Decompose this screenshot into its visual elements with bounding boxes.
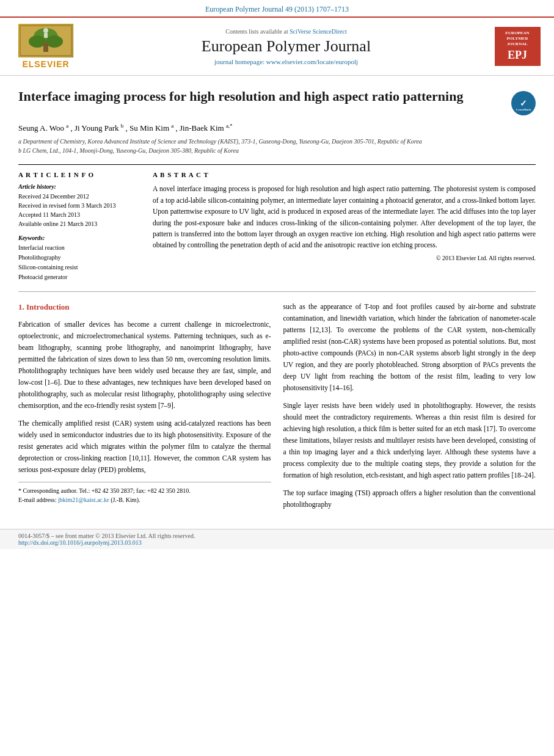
history-heading: Article history: xyxy=(18,183,140,190)
body-paragraph-5: The top surface imaging (TSI) approach o… xyxy=(283,487,536,511)
journal-logo-box: EUROPEAN POLYMER JOURNAL EPJ xyxy=(495,27,541,67)
homepage-url[interactable]: www.elsevier.com/locate/europolj xyxy=(266,58,358,65)
doi-link[interactable]: http://dx.doi.org/10.1016/j.eurpolymj.20… xyxy=(18,539,142,546)
keyword1: Interfacial reaction xyxy=(18,243,140,253)
svg-rect-7 xyxy=(44,33,48,38)
elsevier-logo-section: ELSEVIER xyxy=(12,24,79,69)
top-citation-bar: European Polymer Journal 49 (2013) 1707–… xyxy=(0,0,554,16)
abstract-text: A novel interface imaging process is pro… xyxy=(153,183,536,250)
svg-text:CrossMark: CrossMark xyxy=(516,108,531,111)
article-info-heading: A R T I C L E I N F O xyxy=(18,171,140,178)
elsevier-wordmark: ELSEVIER xyxy=(22,59,69,69)
keyword3: Silicon-containing resist xyxy=(18,263,140,272)
body-col-right: such as the appearance of T-top and foot… xyxy=(283,301,536,516)
journal-homepage: journal homepage: www.elsevier.com/locat… xyxy=(86,58,487,65)
section1-heading: 1. Introduction xyxy=(18,301,271,314)
revised-date: Received in revised form 3 March 2013 xyxy=(18,201,140,210)
body-paragraph-4: Single layer resists have been widely us… xyxy=(283,400,536,481)
keywords-section: Keywords: Interfacial reaction Photolith… xyxy=(18,234,140,282)
article-title-text: Interface imaging process for high resol… xyxy=(18,89,463,104)
accepted-date: Accepted 11 March 2013 xyxy=(18,210,140,219)
online-date: Available online 21 March 2013 xyxy=(18,219,140,228)
svg-point-4 xyxy=(46,35,63,48)
footnote-email: E-mail address: jbkim21@kaist.ac.kr (J.-… xyxy=(18,495,271,504)
authors-line: Seung A. Woo a , Ji Young Park b , Su Mi… xyxy=(18,123,536,133)
body-paragraph-1: Fabrication of smaller devices has becom… xyxy=(18,319,271,412)
journal-title: European Polymer Journal xyxy=(86,37,487,56)
abstract-col: A B S T R A C T A novel interface imagin… xyxy=(153,171,536,282)
footnote-corresponding: * Corresponding author. Tel.: +82 42 350… xyxy=(18,486,271,495)
journal-header: ELSEVIER Contents lists available at Sci… xyxy=(0,16,554,76)
body-content: 1. Introduction Fabrication of smaller d… xyxy=(18,301,536,516)
keyword2: Photolithography xyxy=(18,253,140,263)
author-woo: Seung A. Woo xyxy=(18,123,64,133)
body-paragraph-3: such as the appearance of T-top and foot… xyxy=(283,301,536,394)
svg-point-6 xyxy=(43,28,48,33)
svg-rect-5 xyxy=(43,43,48,52)
received-date: Received 24 December 2012 xyxy=(18,192,140,201)
affiliations: a Department of Chemistry, Korea Advance… xyxy=(18,137,536,155)
crossmark-badge[interactable]: ✓ CrossMark xyxy=(511,91,536,115)
svg-text:✓: ✓ xyxy=(520,99,527,108)
section-divider xyxy=(18,291,536,292)
affiliation-a: a Department of Chemistry, Korea Advance… xyxy=(18,137,536,146)
body-col-left: 1. Introduction Fabrication of smaller d… xyxy=(18,301,271,516)
article-title-row: Interface imaging process for high resol… xyxy=(18,88,536,115)
affiliation-b: b LG Chem, Ltd., 104-1, Moonji-Dong, Yus… xyxy=(18,146,536,155)
body-paragraph-2: The chemically amplified resist (CAR) sy… xyxy=(18,418,271,476)
main-content: Interface imaging process for high resol… xyxy=(0,76,554,529)
svg-point-3 xyxy=(29,35,46,48)
email-link[interactable]: jbkim21@kaist.ac.kr xyxy=(58,496,109,503)
keyword4: Photoacid generator xyxy=(18,272,140,282)
abstract-heading: A B S T R A C T xyxy=(153,171,536,178)
footnote-section: * Corresponding author. Tel.: +82 42 350… xyxy=(18,482,271,504)
footer-doi: http://dx.doi.org/10.1016/j.eurpolymj.20… xyxy=(18,539,536,546)
journal-logo-right: EUROPEAN POLYMER JOURNAL EPJ xyxy=(493,27,542,67)
elsevier-emblem xyxy=(18,24,73,57)
footer-issn: 0014-3057/$ – see front matter © 2013 El… xyxy=(18,532,536,539)
footer-bar: 0014-3057/$ – see front matter © 2013 El… xyxy=(0,529,554,549)
journal-title-section: Contents lists available at SciVerse Sci… xyxy=(86,28,487,65)
elsevier-logo: ELSEVIER xyxy=(12,24,79,69)
keywords-heading: Keywords: xyxy=(18,234,140,241)
citation-text: European Polymer Journal 49 (2013) 1707–… xyxy=(205,5,349,13)
sciverse-line: Contents lists available at SciVerse Sci… xyxy=(86,28,487,35)
info-abstract-section: A R T I C L E I N F O Article history: R… xyxy=(18,164,536,282)
copyright: © 2013 Elsevier Ltd. All rights reserved… xyxy=(153,255,536,261)
history-section: Article history: Received 24 December 20… xyxy=(18,183,140,228)
article-info-col: A R T I C L E I N F O Article history: R… xyxy=(18,171,140,282)
sciverse-link[interactable]: SciVerse ScienceDirect xyxy=(290,28,347,35)
